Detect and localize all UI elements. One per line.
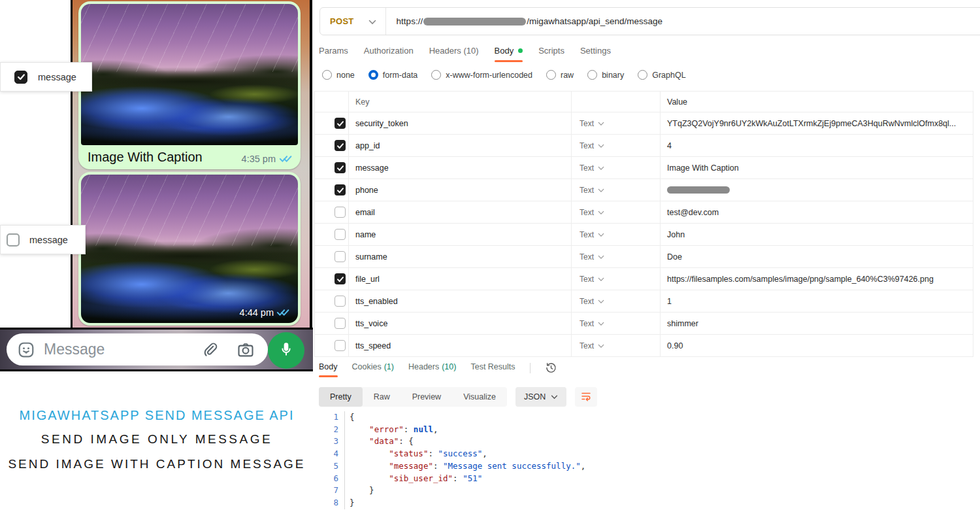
radio-icon [431,70,441,80]
checkbox-checked-icon[interactable] [14,71,27,84]
row-enabled-checkbox[interactable] [335,162,346,173]
url-path: /migawhatsapp/api_send/message [527,16,662,26]
subtitle-image-only: SEND IMAGE ONLY MESSAGE [0,432,314,447]
param-type-label: Text [580,230,594,239]
body-mode-graphql[interactable]: GraphQL [638,70,685,80]
radio-icon [322,70,332,80]
param-type-label: Text [580,341,594,350]
row-enabled-checkbox[interactable] [335,184,346,196]
response-json-viewer[interactable]: 1{2 "error": null,3 "data": {4 "status":… [314,411,973,509]
attach-paperclip-icon[interactable] [201,341,218,358]
param-value-cell[interactable]: Doe [661,246,973,267]
param-type-label: Text [580,186,594,195]
sent-image-photo[interactable] [81,4,298,145]
param-value-cell[interactable] [661,179,973,201]
param-key-cell[interactable]: security_token [349,112,572,134]
param-type-dropdown[interactable]: Text [572,112,661,134]
row-enabled-checkbox[interactable] [335,140,346,151]
response-tab-cookies[interactable]: Cookies(1) [352,362,394,377]
param-type-label: Text [580,297,594,306]
body-mode-x-www-form-urlencoded[interactable]: x-www-form-urlencoded [431,70,532,80]
row-enabled-checkbox[interactable] [335,296,346,307]
param-type-dropdown[interactable]: Text [572,179,661,201]
tab-scripts[interactable]: Scripts [538,46,564,62]
param-value-cell[interactable]: 0.90 [661,335,973,356]
body-mode-form-data[interactable]: form-data [368,70,418,80]
camera-icon[interactable] [237,341,255,359]
view-tab-pretty[interactable]: Pretty [319,387,363,407]
response-tab-test-results[interactable]: Test Results [470,362,515,377]
param-key-cell[interactable]: message [349,157,572,178]
param-value-cell[interactable]: John [661,224,973,245]
param-key-cell[interactable]: email [349,201,572,223]
voice-record-button[interactable] [268,332,304,369]
row-enabled-checkbox[interactable] [335,251,346,262]
param-key-cell[interactable]: phone [349,179,572,201]
tab-authorization[interactable]: Authorization [364,46,414,62]
read-receipt-double-check-icon [279,154,293,165]
body-mode-binary[interactable]: binary [587,70,624,80]
code-content: } [344,484,374,497]
view-tab-raw[interactable]: Raw [363,387,401,407]
chevron-down-icon [598,297,604,306]
response-tab-headers[interactable]: Headers(10) [408,362,456,377]
tab-headers-10[interactable]: Headers (10) [429,46,479,62]
body-mode-raw[interactable]: raw [546,70,574,80]
tab-params[interactable]: Params [319,46,348,62]
param-value: Image With Caption [667,163,739,173]
message-input[interactable]: Message [7,333,268,366]
param-value-cell[interactable]: test@dev.com [661,201,973,223]
http-method-selector[interactable]: POST [330,16,354,26]
view-tab-visualize[interactable]: Visualize [452,387,507,407]
param-type-dropdown[interactable]: Text [572,290,661,312]
sent-image-photo[interactable]: 4:44 pm [81,175,298,323]
wrap-text-button[interactable] [575,387,597,407]
row-enabled-checkbox[interactable] [335,340,346,351]
tab-settings[interactable]: Settings [580,46,611,62]
redacted-host [423,18,526,26]
response-format-dropdown[interactable]: JSON [515,387,566,407]
body-mode-none[interactable]: none [322,70,355,80]
param-key-cell[interactable]: surname [349,246,572,267]
sticker-icon[interactable] [17,341,35,359]
row-enabled-checkbox[interactable] [335,229,346,240]
param-type-dropdown[interactable]: Text [572,313,661,334]
param-value-cell[interactable]: https://filesamples.com/samples/image/pn… [661,268,973,290]
param-key-cell[interactable]: tts_speed [349,335,572,356]
tab-body[interactable]: Body [495,46,523,62]
view-tab-preview[interactable]: Preview [401,387,452,407]
param-value-cell[interactable]: Image With Caption [661,157,973,178]
param-key-cell[interactable]: app_id [349,135,572,156]
row-enabled-checkbox[interactable] [335,318,346,329]
response-tab-body[interactable]: Body [319,362,338,377]
param-type-dropdown[interactable]: Text [572,157,661,178]
param-type-dropdown[interactable]: Text [572,246,661,267]
param-key-cell[interactable]: tts_enabled [349,290,572,312]
param-type-dropdown[interactable]: Text [572,201,661,223]
row-enabled-checkbox[interactable] [335,273,346,284]
param-key-cell[interactable]: tts_voice [349,313,572,334]
history-icon[interactable] [545,362,557,374]
param-type-dropdown[interactable]: Text [572,268,661,290]
row-enabled-checkbox[interactable] [335,118,346,129]
param-key-cell[interactable]: name [349,224,572,245]
param-value: 0.90 [667,341,683,350]
param-type-dropdown[interactable]: Text [572,135,661,156]
param-value-cell[interactable]: YTqZ3Q2VojY9nr6UY2kWkAuZotLTXrmkZjEj9pme… [661,112,973,134]
param-key-cell[interactable]: file_url [349,268,572,290]
form-row-tts-speed: tts_speedText0.90 [315,334,973,356]
chevron-down-icon [598,230,604,239]
radio-icon [546,70,556,80]
json-token: "data" [369,436,399,446]
request-url-input[interactable]: https:///migawhatsapp/api_send/message [397,16,662,26]
row-enabled-checkbox[interactable] [335,207,346,218]
param-value-cell[interactable]: shimmer [661,313,973,334]
wrap-text-icon [580,390,592,404]
param-type-dropdown[interactable]: Text [572,335,661,356]
param-type-dropdown[interactable]: Text [572,224,661,245]
param-value-cell[interactable]: 4 [661,135,973,156]
chevron-down-icon[interactable] [368,20,376,25]
param-value-cell[interactable]: 1 [661,290,973,312]
response-tab-label: Test Results [470,362,515,371]
checkbox-unchecked-icon[interactable] [7,233,20,246]
